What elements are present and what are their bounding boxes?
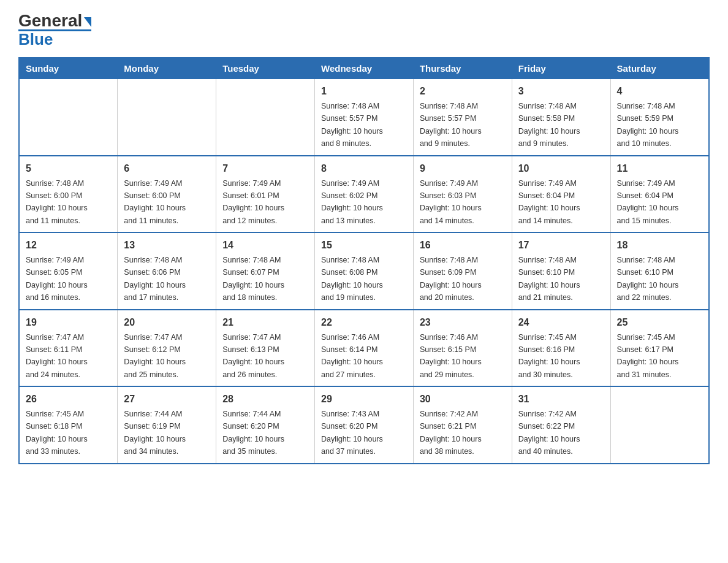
day-info: Sunrise: 7:46 AMSunset: 6:14 PMDaylight:… (321, 333, 383, 379)
day-number: 3 (518, 84, 604, 99)
day-number: 17 (518, 238, 604, 253)
day-info: Sunrise: 7:49 AMSunset: 6:04 PMDaylight:… (518, 179, 580, 225)
weekday-header: Wednesday (315, 58, 414, 79)
logo-blue-text: Blue (18, 31, 53, 47)
day-number: 10 (518, 161, 604, 176)
logo: General Blue (18, 12, 91, 47)
weekday-header: Sunday (19, 58, 118, 79)
calendar-cell: 13Sunrise: 7:48 AMSunset: 6:06 PMDayligh… (118, 232, 216, 310)
day-number: 30 (420, 392, 506, 407)
day-info: Sunrise: 7:43 AMSunset: 6:20 PMDaylight:… (321, 410, 383, 456)
calendar-cell: 4Sunrise: 7:48 AMSunset: 5:59 PMDaylight… (610, 79, 709, 156)
day-number: 28 (222, 392, 308, 407)
day-number: 12 (26, 238, 111, 253)
day-number: 6 (124, 161, 210, 176)
day-number: 4 (617, 84, 702, 99)
calendar-cell: 1Sunrise: 7:48 AMSunset: 5:57 PMDaylight… (315, 79, 414, 156)
weekday-header: Friday (512, 58, 610, 79)
page-header: General Blue (18, 12, 710, 47)
calendar-cell: 9Sunrise: 7:49 AMSunset: 6:03 PMDaylight… (413, 156, 512, 233)
day-number: 20 (124, 315, 210, 330)
calendar-cell: 19Sunrise: 7:47 AMSunset: 6:11 PMDayligh… (19, 310, 118, 387)
calendar-cell: 11Sunrise: 7:49 AMSunset: 6:04 PMDayligh… (610, 156, 709, 233)
day-info: Sunrise: 7:48 AMSunset: 6:06 PMDaylight:… (124, 256, 186, 302)
day-number: 5 (26, 161, 111, 176)
weekday-header-row: SundayMondayTuesdayWednesdayThursdayFrid… (19, 58, 709, 79)
day-info: Sunrise: 7:48 AMSunset: 6:07 PMDaylight:… (222, 256, 284, 302)
day-info: Sunrise: 7:47 AMSunset: 6:12 PMDaylight:… (124, 333, 186, 379)
calendar-week-row: 1Sunrise: 7:48 AMSunset: 5:57 PMDaylight… (19, 79, 709, 156)
day-number: 24 (518, 315, 604, 330)
day-info: Sunrise: 7:42 AMSunset: 6:21 PMDaylight:… (420, 410, 482, 456)
calendar-week-row: 19Sunrise: 7:47 AMSunset: 6:11 PMDayligh… (19, 310, 709, 387)
day-info: Sunrise: 7:48 AMSunset: 6:00 PMDaylight:… (26, 179, 88, 225)
day-number: 14 (222, 238, 308, 253)
calendar-cell: 24Sunrise: 7:45 AMSunset: 6:16 PMDayligh… (512, 310, 610, 387)
logo-text: General (18, 12, 82, 29)
day-info: Sunrise: 7:49 AMSunset: 6:04 PMDaylight:… (617, 179, 679, 225)
calendar-cell: 18Sunrise: 7:48 AMSunset: 6:10 PMDayligh… (610, 232, 709, 310)
calendar-cell: 7Sunrise: 7:49 AMSunset: 6:01 PMDaylight… (216, 156, 315, 233)
calendar-cell (610, 386, 709, 464)
day-number: 9 (420, 161, 506, 176)
day-number: 23 (420, 315, 506, 330)
calendar-cell: 30Sunrise: 7:42 AMSunset: 6:21 PMDayligh… (413, 386, 512, 464)
calendar-cell (118, 79, 216, 156)
calendar-cell: 8Sunrise: 7:49 AMSunset: 6:02 PMDaylight… (315, 156, 414, 233)
weekday-header: Monday (118, 58, 216, 79)
day-info: Sunrise: 7:48 AMSunset: 5:58 PMDaylight:… (518, 102, 580, 148)
day-info: Sunrise: 7:49 AMSunset: 6:05 PMDaylight:… (26, 256, 88, 302)
calendar-cell: 22Sunrise: 7:46 AMSunset: 6:14 PMDayligh… (315, 310, 414, 387)
calendar-cell: 3Sunrise: 7:48 AMSunset: 5:58 PMDaylight… (512, 79, 610, 156)
calendar-cell: 10Sunrise: 7:49 AMSunset: 6:04 PMDayligh… (512, 156, 610, 233)
day-number: 26 (26, 392, 111, 407)
day-info: Sunrise: 7:48 AMSunset: 6:10 PMDaylight:… (617, 256, 679, 302)
day-number: 19 (26, 315, 111, 330)
day-info: Sunrise: 7:49 AMSunset: 6:03 PMDaylight:… (420, 179, 482, 225)
calendar-cell: 23Sunrise: 7:46 AMSunset: 6:15 PMDayligh… (413, 310, 512, 387)
calendar-cell: 26Sunrise: 7:45 AMSunset: 6:18 PMDayligh… (19, 386, 118, 464)
day-number: 15 (321, 238, 407, 253)
calendar-cell: 31Sunrise: 7:42 AMSunset: 6:22 PMDayligh… (512, 386, 610, 464)
calendar-cell: 25Sunrise: 7:45 AMSunset: 6:17 PMDayligh… (610, 310, 709, 387)
calendar-cell: 17Sunrise: 7:48 AMSunset: 6:10 PMDayligh… (512, 232, 610, 310)
calendar-cell: 27Sunrise: 7:44 AMSunset: 6:19 PMDayligh… (118, 386, 216, 464)
day-info: Sunrise: 7:45 AMSunset: 6:16 PMDaylight:… (518, 333, 580, 379)
weekday-header: Thursday (413, 58, 512, 79)
calendar-header: SundayMondayTuesdayWednesdayThursdayFrid… (19, 58, 709, 79)
day-info: Sunrise: 7:47 AMSunset: 6:11 PMDaylight:… (26, 333, 88, 379)
day-info: Sunrise: 7:48 AMSunset: 6:10 PMDaylight:… (518, 256, 580, 302)
day-number: 31 (518, 392, 604, 407)
day-info: Sunrise: 7:49 AMSunset: 6:00 PMDaylight:… (124, 179, 186, 225)
calendar-week-row: 26Sunrise: 7:45 AMSunset: 6:18 PMDayligh… (19, 386, 709, 464)
day-number: 27 (124, 392, 210, 407)
day-number: 22 (321, 315, 407, 330)
calendar-cell: 6Sunrise: 7:49 AMSunset: 6:00 PMDaylight… (118, 156, 216, 233)
day-number: 11 (617, 161, 702, 176)
day-info: Sunrise: 7:48 AMSunset: 6:09 PMDaylight:… (420, 256, 482, 302)
day-number: 13 (124, 238, 210, 253)
calendar-cell (19, 79, 118, 156)
calendar-cell: 15Sunrise: 7:48 AMSunset: 6:08 PMDayligh… (315, 232, 414, 310)
day-info: Sunrise: 7:44 AMSunset: 6:20 PMDaylight:… (222, 410, 284, 456)
weekday-header: Tuesday (216, 58, 315, 79)
logo-arrow-icon (84, 17, 91, 27)
day-info: Sunrise: 7:46 AMSunset: 6:15 PMDaylight:… (420, 333, 482, 379)
day-number: 1 (321, 84, 407, 99)
calendar-table: SundayMondayTuesdayWednesdayThursdayFrid… (18, 57, 710, 464)
calendar-cell: 5Sunrise: 7:48 AMSunset: 6:00 PMDaylight… (19, 156, 118, 233)
day-number: 16 (420, 238, 506, 253)
day-number: 18 (617, 238, 702, 253)
calendar-cell: 2Sunrise: 7:48 AMSunset: 5:57 PMDaylight… (413, 79, 512, 156)
day-info: Sunrise: 7:49 AMSunset: 6:02 PMDaylight:… (321, 179, 383, 225)
calendar-cell: 14Sunrise: 7:48 AMSunset: 6:07 PMDayligh… (216, 232, 315, 310)
day-number: 25 (617, 315, 702, 330)
day-info: Sunrise: 7:48 AMSunset: 5:59 PMDaylight:… (617, 102, 679, 148)
day-info: Sunrise: 7:48 AMSunset: 5:57 PMDaylight:… (420, 102, 482, 148)
day-number: 21 (222, 315, 308, 330)
day-info: Sunrise: 7:45 AMSunset: 6:17 PMDaylight:… (617, 333, 679, 379)
weekday-header: Saturday (610, 58, 709, 79)
calendar-cell: 16Sunrise: 7:48 AMSunset: 6:09 PMDayligh… (413, 232, 512, 310)
calendar-cell: 21Sunrise: 7:47 AMSunset: 6:13 PMDayligh… (216, 310, 315, 387)
calendar-body: 1Sunrise: 7:48 AMSunset: 5:57 PMDaylight… (19, 79, 709, 464)
